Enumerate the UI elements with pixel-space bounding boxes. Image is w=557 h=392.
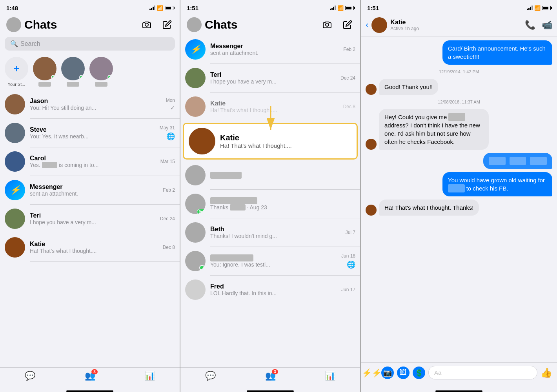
home-indicator-2	[247, 390, 294, 392]
chat-item-9m[interactable]: 9m ████████████ Thanks ████ · Aug 23	[180, 190, 360, 218]
story-item-2[interactable]: ████	[61, 57, 85, 87]
battery-icon-1	[165, 6, 173, 10]
nav-chats-1[interactable]: 💬	[0, 371, 60, 381]
wifi-icon-2: 📶	[337, 5, 344, 11]
msg-row-recv-1: Good! Thank you!!	[366, 79, 552, 95]
story-item-3[interactable]: ████	[89, 57, 113, 87]
chat-item-teri-2[interactable]: Teri I hope you have a very m... Dec 24	[180, 64, 360, 92]
story-item-1[interactable]: ████	[33, 57, 56, 87]
chat-date-fred: Jun 17	[341, 287, 355, 292]
chat-date-blurred: Jun 18	[341, 253, 355, 259]
dots-action[interactable]: ⚡⚡	[366, 367, 378, 379]
edit-button-2[interactable]	[341, 18, 354, 31]
avatar-9m: 9m	[185, 194, 206, 214]
msg-avatar-recv-2	[366, 139, 377, 150]
chat-item-messenger-1[interactable]: ⚡ Messenger sent an attachment. Feb 2	[0, 176, 180, 204]
status-icons-3: 📶	[527, 5, 551, 11]
phone-button[interactable]: 📞	[525, 20, 535, 30]
chat-item-fred[interactable]: Fred LOL Hardly that. In this in... Jun …	[180, 276, 360, 304]
chat-name-teri-2: Teri	[210, 71, 336, 78]
nav-stats-2[interactable]: 📊	[300, 371, 360, 381]
msg-row-sent-3: You would have grown old waiting for ███…	[366, 172, 552, 196]
search-placeholder-1: Search	[20, 40, 40, 47]
msg-timestamp-2: 12/08/2018, 11:37 AM	[366, 100, 552, 104]
user-avatar-1	[6, 17, 21, 32]
msg-bubble-sent-3: You would have grown old waiting for ███…	[442, 172, 552, 196]
story-label-1: ████	[38, 82, 51, 87]
add-story-item[interactable]: + Your St...	[5, 57, 28, 87]
header-icons-2	[321, 18, 354, 31]
chat-item-carol[interactable]: Carol Yes. ████ is coming in to... Mar 1…	[0, 147, 180, 176]
check-icon-jason: ✓	[170, 105, 175, 111]
avatar-steve	[5, 123, 25, 143]
chat-date-messenger-2: Feb 2	[343, 47, 355, 52]
chat-name-messenger-1: Messenger	[30, 183, 158, 191]
chat-info-carol: Carol Yes. ████ is coming in to...	[30, 155, 156, 168]
status-time-1: 1:48	[6, 5, 18, 11]
camera-button-2[interactable]	[321, 18, 333, 31]
chat-preview-fred: LOL Hardly that. In this in...	[210, 290, 320, 296]
chat-item-beth[interactable]: Beth Thanks! I wouldn't mind g... Jul 7	[180, 218, 360, 247]
send-like-button[interactable]: 👍	[541, 367, 552, 378]
chat-preview-9m: Thanks ████ · Aug 23	[210, 204, 320, 211]
chat-item-messenger-2[interactable]: ⚡ Messenger sent an attachment. Feb 2	[180, 35, 360, 64]
chat-meta-teri-2: Dec 24	[340, 75, 355, 81]
panel-1: 1:48 📶 Chats	[0, 0, 180, 392]
nav-people-2[interactable]: 3 👥	[240, 371, 300, 381]
chat-info-steve: Steve You: Yes. It was nearb...	[30, 126, 155, 140]
conv-avatar	[371, 17, 387, 33]
avatar-katie-popup	[189, 128, 215, 154]
msg-input-actions: ⚡⚡ 📷 🖼 💲	[366, 367, 425, 379]
chat-item-teri-1[interactable]: Teri I hope you have a very m... Dec 24	[0, 205, 180, 233]
chat-info-blurred: ████████████ You: Ignore. I was testi...	[210, 254, 337, 268]
chat-item-chuck[interactable]: ████████	[180, 161, 360, 189]
nav-people-1[interactable]: 3 👥	[60, 371, 120, 381]
status-bar-3: 1:51 📶	[361, 0, 557, 14]
chat-date-katie-2-bg: Dec 8	[343, 104, 355, 109]
chat-date-teri-2: Dec 24	[340, 75, 355, 81]
video-button[interactable]: 📹	[542, 20, 552, 30]
msg-avatar-recv-3	[366, 205, 377, 216]
status-time-2: 1:51	[187, 5, 198, 11]
message-input-field[interactable]: Aa	[428, 366, 537, 379]
edit-button-1[interactable]	[161, 18, 173, 31]
chat-meta-katie-1: Dec 8	[163, 245, 175, 250]
status-bar-2: 1:51 📶	[180, 0, 360, 14]
avatar-carol	[5, 151, 25, 172]
signal-icon-2	[330, 5, 336, 10]
chat-name-jason: Jason	[30, 98, 161, 105]
nav-stats-1[interactable]: 📊	[120, 371, 180, 381]
chat-meta-jason: Mon ✓	[166, 98, 175, 111]
chat-item-katie-1[interactable]: Katie Ha! That's what I thought.... Dec …	[0, 233, 180, 261]
fb-icon-steve: 🌐	[166, 132, 175, 141]
camera-action[interactable]: 📷	[381, 367, 394, 379]
msg-bubble-recv-1: Good! Thank you!!	[379, 79, 438, 95]
camera-button-1[interactable]	[140, 18, 153, 31]
home-indicator-1	[66, 390, 113, 392]
back-button[interactable]: ‹	[366, 20, 368, 30]
add-story-btn[interactable]: +	[5, 57, 28, 80]
chat-list-2: ⚡ Messenger sent an attachment. Feb 2 Te…	[180, 35, 360, 367]
photo-action[interactable]: 🖼	[397, 367, 410, 379]
chat-meta-beth: Jul 7	[346, 230, 355, 235]
search-bar-1[interactable]: 🔍 Search	[5, 37, 175, 51]
avatar-beth	[185, 222, 206, 243]
chat-meta-carol: Mar 15	[160, 159, 175, 164]
chat-item-blurred[interactable]: ████████████ You: Ignore. I was testi...…	[180, 247, 360, 275]
chat-date-steve: May 31	[160, 125, 175, 131]
conv-name-group: Katie Active 1h ago	[390, 19, 419, 31]
chat-meta-messenger-2: Feb 2	[343, 47, 355, 52]
chat-info-jason: Jason You: Hi! You still doing an...	[30, 98, 161, 111]
chat-item-jason[interactable]: Jason You: Hi! You still doing an... Mon…	[0, 90, 180, 118]
dollar-action[interactable]: 💲	[413, 367, 425, 379]
nav-chats-2[interactable]: 💬	[180, 371, 240, 381]
bottom-nav-2: 💬 3 👥 📊	[180, 367, 360, 389]
chat-name-steve: Steve	[30, 126, 155, 133]
msg-bubble-sent-1: Card/ Birth announcement. He's such a sw…	[442, 40, 552, 65]
message-placeholder: Aa	[434, 369, 441, 376]
chat-meta-teri-1: Dec 24	[160, 216, 175, 221]
chat-list-1: Jason You: Hi! You still doing an... Mon…	[0, 90, 180, 367]
user-avatar-2	[187, 17, 202, 32]
chat-item-steve[interactable]: Steve You: Yes. It was nearb... May 31 🌐	[0, 119, 180, 147]
battery-icon-3	[542, 6, 551, 10]
